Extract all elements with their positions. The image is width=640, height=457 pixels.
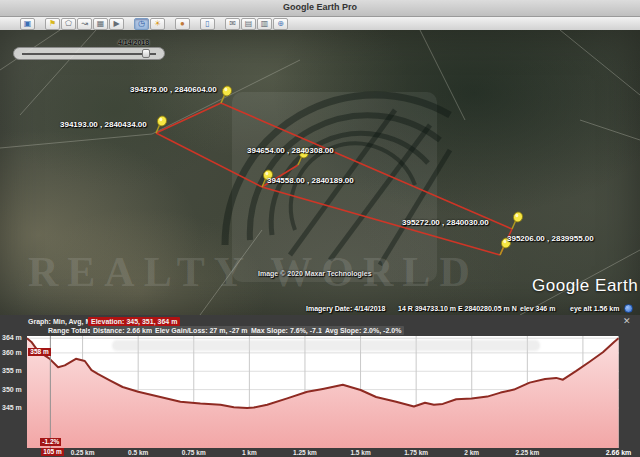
email-button[interactable]: ✉ — [225, 18, 240, 30]
elevation-profile-panel: Graph: Min, Avg, Max Elevation: 345, 351… — [0, 315, 640, 457]
cursor-slope-chip: -1.2% — [40, 438, 61, 446]
imagery-date-label: 4/14/2018 — [118, 39, 149, 46]
placemark-label: 394379.00 , 2840604.00 — [130, 85, 217, 94]
y-axis-label: 345 m — [2, 404, 26, 411]
ruler-icon: ▯ — [205, 19, 209, 29]
add-polygon-icon: ⬠ — [65, 19, 72, 29]
streetview-pegman-dot[interactable] — [624, 304, 633, 313]
print-icon: ▤ — [245, 19, 253, 29]
y-axis-label: 360 m — [2, 349, 26, 356]
toolbar-group: ✉▤▥⊕ — [225, 18, 289, 30]
x-axis-label: 0.25 km — [71, 449, 95, 456]
x-axis-label: 1.5 km — [350, 449, 370, 456]
status-eye-altitude: eye alt 1.56 km — [570, 305, 619, 312]
x-axis-label: 1.25 km — [293, 449, 317, 456]
switch-planet-button[interactable]: ● — [175, 18, 190, 30]
copyright-text: Image © 2020 Maxar Technologies — [258, 270, 372, 277]
add-path-button[interactable]: ↝ — [77, 18, 92, 30]
placemark-label: 394654.00 , 2840308.00 — [247, 146, 334, 155]
y-axis-label: 364 m — [2, 334, 26, 341]
y-axis-label: 350 m — [2, 386, 26, 393]
switch-planet-icon: ● — [180, 19, 185, 29]
status-imagery-date: Imagery Date: 4/14/2018 — [306, 305, 385, 312]
y-axis-label: 355 m — [2, 367, 26, 374]
close-elevation-panel-button[interactable]: ✕ — [623, 317, 631, 326]
sunlight-button[interactable]: ☀ — [150, 18, 165, 30]
avg-slope-chip: Avg Slope: 2.0%, -2.0% — [322, 326, 404, 335]
x-axis-label: 0.5 km — [128, 449, 148, 456]
x-axis-label: 2 km — [464, 449, 479, 456]
x-axis-label: 1 km — [242, 449, 257, 456]
main-toolbar: ▣⚑⬠↝▦▶◷☀●▯✉▤▥⊕ — [0, 17, 640, 31]
add-image-overlay-button[interactable]: ▦ — [93, 18, 108, 30]
record-tour-button[interactable]: ▶ — [109, 18, 124, 30]
placemark-pin[interactable] — [512, 211, 524, 229]
toolbar-group: ▣ — [20, 18, 36, 30]
sunlight-icon: ☀ — [154, 19, 161, 29]
elevation-chart[interactable]: 358 m -1.2% 364 m360 m355 m350 m345 m — [0, 336, 640, 448]
toggle-sidebar-button[interactable]: ▣ — [20, 18, 35, 30]
x-axis-label: 0.75 km — [182, 449, 206, 456]
window-title: Google Earth Pro — [0, 2, 640, 12]
status-coordinates: 14 R 394733.10 m E 2840280.05 m N — [398, 305, 517, 312]
measured-path-segment[interactable] — [156, 133, 262, 187]
x-axis-label: 2.25 km — [515, 449, 539, 456]
toolbar-group: ⚑⬠↝▦▶ — [45, 18, 125, 30]
status-elevation: elev 346 m — [520, 305, 555, 312]
add-placemark-icon: ⚑ — [49, 19, 56, 29]
placemark-label: 394193.00 , 2840434.00 — [60, 120, 147, 129]
placemark-label: 394558.00 , 2840189.00 — [267, 176, 354, 185]
measured-path-segment[interactable] — [221, 103, 512, 229]
placemark-label: 395272.00 , 2840030.00 — [402, 218, 489, 227]
record-tour-icon: ▶ — [113, 19, 119, 29]
view-in-maps-icon: ⊕ — [277, 19, 284, 29]
map-viewport[interactable]: REALTY WORLD 4/14/2018 Image © 2020 Maxa… — [0, 30, 640, 315]
toolbar-group: ▯ — [200, 18, 216, 30]
historical-imagery-button[interactable]: ◷ — [134, 18, 149, 30]
cursor-elevation-chip: 358 m — [28, 348, 50, 356]
title-bar: Google Earth Pro — [0, 0, 640, 17]
slider-track[interactable] — [22, 53, 156, 55]
add-image-overlay-icon: ▦ — [97, 19, 105, 29]
range-totals-label: Range Totals: — [48, 327, 94, 334]
historical-imagery-icon: ◷ — [138, 19, 145, 29]
google-earth-window: Google Earth Pro ▣⚑⬠↝▦▶◷☀●▯✉▤▥⊕ REALTY W… — [0, 0, 640, 457]
placemark-pin[interactable] — [221, 85, 233, 103]
x-axis-label: 1.75 km — [404, 449, 428, 456]
email-icon: ✉ — [229, 19, 236, 29]
add-polygon-button[interactable]: ⬠ — [61, 18, 76, 30]
historical-imagery-slider[interactable] — [13, 47, 165, 60]
elevation-stats-chip: Elevation: 345, 351, 364 m — [88, 317, 180, 326]
cursor-distance-chip: 105 m — [41, 448, 63, 456]
distance-chip: Distance: 2.66 km — [90, 326, 155, 335]
ruler-button[interactable]: ▯ — [200, 18, 215, 30]
max-slope-chip: Max Slope: 7.6%, -7.1% — [248, 326, 331, 335]
print-button[interactable]: ▤ — [241, 18, 256, 30]
google-earth-logo: Google Earth — [532, 276, 638, 296]
x-axis-label: 2.66 km — [606, 449, 632, 456]
add-placemark-button[interactable]: ⚑ — [45, 18, 60, 30]
placemark-label: 395206.00 , 2839955.00 — [507, 234, 594, 243]
gain-loss-chip: Elev Gain/Loss: 27 m, -27 m — [152, 326, 251, 335]
slider-handle[interactable] — [142, 49, 150, 58]
elevation-chart-plot — [0, 336, 640, 448]
save-image-icon: ▥ — [261, 19, 269, 29]
chart-x-axis: 105 m 0.25 km0.5 km0.75 km1 km1.25 km1.5… — [0, 448, 640, 457]
toggle-sidebar-icon: ▣ — [24, 19, 32, 29]
save-image-button[interactable]: ▥ — [257, 18, 272, 30]
add-path-icon: ↝ — [81, 19, 88, 29]
toolbar-group: ◷☀ — [134, 18, 166, 30]
chart-watermark-ghost — [112, 340, 540, 351]
view-in-maps-button[interactable]: ⊕ — [273, 18, 288, 30]
toolbar-group: ● — [175, 18, 191, 30]
